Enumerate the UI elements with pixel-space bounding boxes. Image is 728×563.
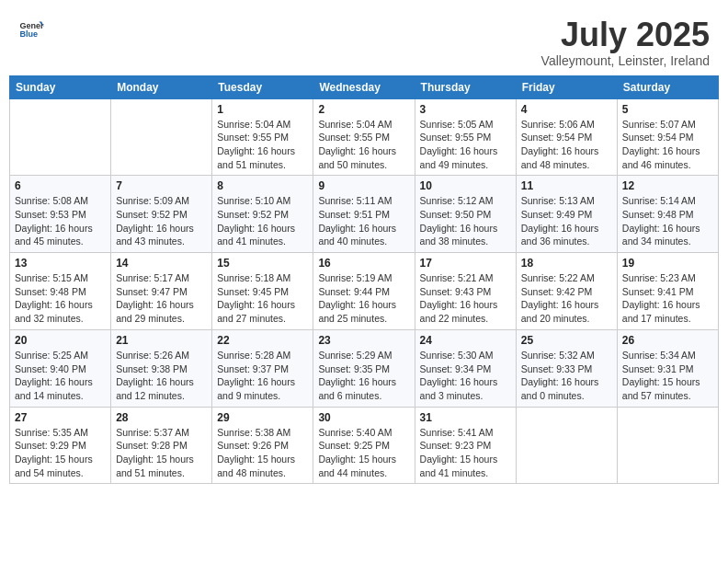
- day-info: Sunrise: 5:11 AM Sunset: 9:51 PM Dayligh…: [318, 194, 409, 248]
- day-number: 31: [420, 411, 511, 424]
- calendar-day-cell: 11Sunrise: 5:13 AM Sunset: 9:49 PM Dayli…: [516, 176, 617, 253]
- calendar-day-cell: 13Sunrise: 5:15 AM Sunset: 9:48 PM Dayli…: [10, 253, 111, 330]
- weekday-header: Friday: [516, 75, 617, 98]
- calendar-day-cell: 18Sunrise: 5:22 AM Sunset: 9:42 PM Dayli…: [516, 253, 617, 330]
- day-number: 28: [116, 411, 207, 424]
- day-info: Sunrise: 5:15 AM Sunset: 9:48 PM Dayligh…: [15, 271, 106, 326]
- calendar-day-cell: 20Sunrise: 5:25 AM Sunset: 9:40 PM Dayli…: [10, 329, 111, 407]
- calendar-day-cell: 12Sunrise: 5:14 AM Sunset: 9:48 PM Dayli…: [617, 176, 718, 253]
- day-info: Sunrise: 5:22 AM Sunset: 9:42 PM Dayligh…: [521, 271, 612, 326]
- calendar-week-row: 13Sunrise: 5:15 AM Sunset: 9:48 PM Dayli…: [10, 253, 719, 330]
- calendar-day-cell: 26Sunrise: 5:34 AM Sunset: 9:31 PM Dayli…: [617, 329, 718, 407]
- calendar-day-cell: 22Sunrise: 5:28 AM Sunset: 9:37 PM Dayli…: [212, 329, 313, 407]
- calendar-day-cell: 14Sunrise: 5:17 AM Sunset: 9:47 PM Dayli…: [111, 253, 212, 330]
- calendar-day-cell: 23Sunrise: 5:29 AM Sunset: 9:35 PM Dayli…: [313, 329, 415, 407]
- day-info: Sunrise: 5:09 AM Sunset: 9:52 PM Dayligh…: [116, 194, 207, 248]
- day-info: Sunrise: 5:08 AM Sunset: 9:53 PM Dayligh…: [15, 194, 106, 248]
- day-info: Sunrise: 5:07 AM Sunset: 9:54 PM Dayligh…: [622, 118, 713, 172]
- calendar-day-cell: 17Sunrise: 5:21 AM Sunset: 9:43 PM Dayli…: [415, 253, 516, 330]
- day-number: 23: [318, 334, 409, 347]
- calendar-day-cell: 19Sunrise: 5:23 AM Sunset: 9:41 PM Dayli…: [617, 253, 718, 330]
- calendar-day-cell: 24Sunrise: 5:30 AM Sunset: 9:34 PM Dayli…: [415, 329, 516, 407]
- day-number: 9: [318, 179, 409, 192]
- calendar-day-cell: 4Sunrise: 5:06 AM Sunset: 9:54 PM Daylig…: [516, 98, 617, 176]
- day-info: Sunrise: 5:35 AM Sunset: 9:29 PM Dayligh…: [15, 426, 106, 480]
- calendar-day-cell: 27Sunrise: 5:35 AM Sunset: 9:29 PM Dayli…: [10, 407, 111, 484]
- svg-text:Blue: Blue: [19, 29, 38, 39]
- day-number: 25: [521, 334, 612, 347]
- day-number: 19: [622, 257, 713, 270]
- calendar-day-cell: 5Sunrise: 5:07 AM Sunset: 9:54 PM Daylig…: [617, 98, 718, 176]
- calendar-week-row: 6Sunrise: 5:08 AM Sunset: 9:53 PM Daylig…: [10, 176, 719, 253]
- day-info: Sunrise: 5:25 AM Sunset: 9:40 PM Dayligh…: [15, 349, 106, 403]
- day-number: 22: [217, 334, 308, 347]
- day-info: Sunrise: 5:04 AM Sunset: 9:55 PM Dayligh…: [217, 118, 308, 172]
- calendar-day-cell: 30Sunrise: 5:40 AM Sunset: 9:25 PM Dayli…: [313, 407, 415, 484]
- day-number: 4: [521, 103, 612, 116]
- day-info: Sunrise: 5:37 AM Sunset: 9:28 PM Dayligh…: [116, 426, 207, 480]
- day-info: Sunrise: 5:26 AM Sunset: 9:38 PM Dayligh…: [116, 349, 207, 403]
- day-info: Sunrise: 5:05 AM Sunset: 9:55 PM Dayligh…: [420, 118, 511, 172]
- day-number: 5: [622, 103, 713, 116]
- day-number: 14: [116, 257, 207, 270]
- day-number: 11: [521, 179, 612, 192]
- day-number: 17: [420, 257, 511, 270]
- calendar-day-cell: 16Sunrise: 5:19 AM Sunset: 9:44 PM Dayli…: [313, 253, 415, 330]
- day-info: Sunrise: 5:29 AM Sunset: 9:35 PM Dayligh…: [318, 349, 409, 403]
- day-number: 29: [217, 411, 308, 424]
- day-info: Sunrise: 5:28 AM Sunset: 9:37 PM Dayligh…: [217, 349, 308, 403]
- calendar-week-row: 1Sunrise: 5:04 AM Sunset: 9:55 PM Daylig…: [10, 98, 719, 176]
- day-info: Sunrise: 5:32 AM Sunset: 9:33 PM Dayligh…: [521, 349, 612, 403]
- day-number: 16: [318, 257, 409, 270]
- calendar-table: SundayMondayTuesdayWednesdayThursdayFrid…: [9, 75, 719, 485]
- day-number: 12: [622, 179, 713, 192]
- logo: General Blue: [18, 17, 44, 42]
- day-number: 13: [15, 257, 106, 270]
- weekday-header: Tuesday: [212, 75, 313, 98]
- calendar-week-row: 27Sunrise: 5:35 AM Sunset: 9:29 PM Dayli…: [10, 407, 719, 484]
- weekday-header: Saturday: [617, 75, 718, 98]
- day-info: Sunrise: 5:38 AM Sunset: 9:26 PM Dayligh…: [217, 426, 308, 480]
- day-number: 3: [420, 103, 511, 116]
- weekday-header: Monday: [111, 75, 212, 98]
- day-info: Sunrise: 5:12 AM Sunset: 9:50 PM Dayligh…: [420, 194, 511, 248]
- calendar-day-cell: 1Sunrise: 5:04 AM Sunset: 9:55 PM Daylig…: [212, 98, 313, 176]
- day-info: Sunrise: 5:40 AM Sunset: 9:25 PM Dayligh…: [318, 426, 409, 480]
- day-number: 21: [116, 334, 207, 347]
- day-number: 15: [217, 257, 308, 270]
- title-block: July 2025 Valleymount, Leinster, Ireland: [541, 17, 710, 68]
- weekday-header: Thursday: [415, 75, 516, 98]
- day-info: Sunrise: 5:41 AM Sunset: 9:23 PM Dayligh…: [420, 426, 511, 480]
- calendar-day-cell: 31Sunrise: 5:41 AM Sunset: 9:23 PM Dayli…: [415, 407, 516, 484]
- day-info: Sunrise: 5:06 AM Sunset: 9:54 PM Dayligh…: [521, 118, 612, 172]
- calendar-week-row: 20Sunrise: 5:25 AM Sunset: 9:40 PM Dayli…: [10, 329, 719, 407]
- calendar-day-cell: 21Sunrise: 5:26 AM Sunset: 9:38 PM Dayli…: [111, 329, 212, 407]
- day-info: Sunrise: 5:13 AM Sunset: 9:49 PM Dayligh…: [521, 194, 612, 248]
- day-number: 24: [420, 334, 511, 347]
- day-number: 8: [217, 179, 308, 192]
- day-info: Sunrise: 5:19 AM Sunset: 9:44 PM Dayligh…: [318, 271, 409, 326]
- calendar-day-cell: 29Sunrise: 5:38 AM Sunset: 9:26 PM Dayli…: [212, 407, 313, 484]
- day-info: Sunrise: 5:17 AM Sunset: 9:47 PM Dayligh…: [116, 271, 207, 326]
- day-number: 27: [15, 411, 106, 424]
- day-number: 26: [622, 334, 713, 347]
- day-number: 1: [217, 103, 308, 116]
- page-header: General Blue July 2025 Valleymount, Lein…: [9, 9, 719, 72]
- location-subtitle: Valleymount, Leinster, Ireland: [541, 53, 710, 68]
- day-info: Sunrise: 5:04 AM Sunset: 9:55 PM Dayligh…: [318, 118, 409, 172]
- calendar-day-cell: 28Sunrise: 5:37 AM Sunset: 9:28 PM Dayli…: [111, 407, 212, 484]
- calendar-day-cell: 7Sunrise: 5:09 AM Sunset: 9:52 PM Daylig…: [111, 176, 212, 253]
- calendar-day-cell: 3Sunrise: 5:05 AM Sunset: 9:55 PM Daylig…: [415, 98, 516, 176]
- day-info: Sunrise: 5:23 AM Sunset: 9:41 PM Dayligh…: [622, 271, 713, 326]
- calendar-day-cell: 2Sunrise: 5:04 AM Sunset: 9:55 PM Daylig…: [313, 98, 415, 176]
- calendar-day-cell: 25Sunrise: 5:32 AM Sunset: 9:33 PM Dayli…: [516, 329, 617, 407]
- calendar-day-cell: 6Sunrise: 5:08 AM Sunset: 9:53 PM Daylig…: [10, 176, 111, 253]
- calendar-day-cell: [111, 98, 212, 176]
- day-number: 7: [116, 179, 207, 192]
- day-number: 30: [318, 411, 409, 424]
- day-number: 2: [318, 103, 409, 116]
- day-info: Sunrise: 5:10 AM Sunset: 9:52 PM Dayligh…: [217, 194, 308, 248]
- day-number: 10: [420, 179, 511, 192]
- day-number: 20: [15, 334, 106, 347]
- calendar-day-cell: 15Sunrise: 5:18 AM Sunset: 9:45 PM Dayli…: [212, 253, 313, 330]
